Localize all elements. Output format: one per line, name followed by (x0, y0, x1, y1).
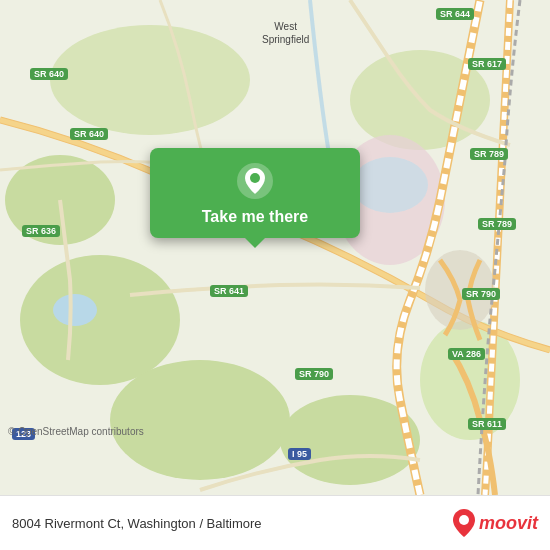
route-badge-sr617: SR 617 (468, 58, 506, 70)
svg-point-14 (459, 515, 469, 525)
moovit-logo: moovit (453, 509, 538, 537)
route-badge-sr790a: SR 790 (462, 288, 500, 300)
route-badge-i95: I 95 (288, 448, 311, 460)
route-badge-sr640b: SR 640 (70, 128, 108, 140)
svg-point-3 (110, 360, 290, 480)
route-badge-sr644: SR 644 (436, 8, 474, 20)
route-badge-sr790b: SR 790 (295, 368, 333, 380)
map-container: SR 644 SR 617 SR 640 SR 640 SR 636 SR 64… (0, 0, 550, 495)
location-pin-icon (236, 162, 274, 200)
osm-credit: © OpenStreetMap contributors (8, 426, 144, 437)
route-badge-sr789a: SR 789 (470, 148, 508, 160)
route-badge-sr641: SR 641 (210, 285, 248, 297)
address-text: 8004 Rivermont Ct, Washington / Baltimor… (12, 516, 262, 531)
svg-point-13 (250, 173, 260, 183)
route-badge-sr611: SR 611 (468, 418, 506, 430)
route-badge-sr789b: SR 789 (478, 218, 516, 230)
svg-point-9 (53, 294, 97, 326)
popup-label: Take me there (202, 208, 308, 226)
moovit-brand-text: moovit (479, 513, 538, 534)
bottom-bar: 8004 Rivermont Ct, Washington / Baltimor… (0, 495, 550, 550)
svg-point-1 (20, 255, 180, 385)
svg-point-7 (50, 25, 250, 135)
take-me-there-button[interactable]: Take me there (150, 148, 360, 238)
svg-point-10 (352, 157, 428, 213)
route-badge-va286: VA 286 (448, 348, 485, 360)
route-badge-sr640a: SR 640 (30, 68, 68, 80)
route-badge-sr636: SR 636 (22, 225, 60, 237)
moovit-pin-icon (453, 509, 475, 537)
place-label-west-springfield: WestSpringfield (262, 20, 309, 46)
